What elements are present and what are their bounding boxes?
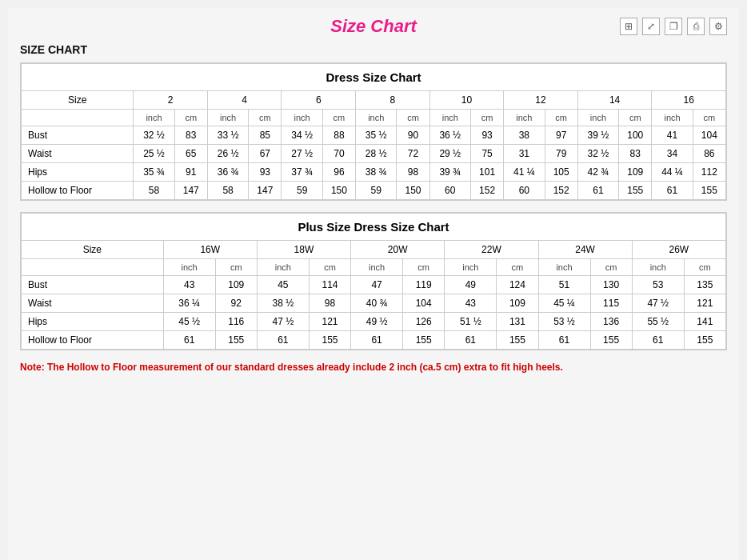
plus-size-24w: 24W: [538, 241, 632, 259]
d-6-inch: inch: [282, 110, 322, 126]
cell: 36 ¼: [163, 294, 215, 313]
cell: 155: [619, 182, 652, 200]
cell: 75: [470, 145, 503, 163]
p-16w-inch: inch: [163, 259, 215, 276]
p-16w-cm: cm: [215, 259, 257, 276]
page-container: Size Chart ⊞ ⤢ ❐ ⎙ ⚙ SIZE CHART Dress Si…: [8, 8, 739, 560]
cell: 101: [470, 163, 503, 182]
dress-chart-title: Dress Size Chart: [22, 64, 726, 91]
cell: 112: [693, 163, 725, 182]
plus-size-16w: 16W: [163, 241, 257, 259]
p-18w-cm: cm: [309, 259, 350, 276]
dress-size-4: 4: [207, 91, 282, 110]
row-label: Waist: [22, 294, 164, 313]
cell: 90: [397, 126, 429, 145]
dress-size-14: 14: [577, 91, 652, 110]
cell: 39 ½: [577, 126, 618, 145]
cell: 105: [545, 163, 577, 182]
cell: 100: [619, 126, 652, 145]
row-label: Hollow to Floor: [22, 331, 164, 350]
cell: 51 ½: [445, 313, 497, 331]
settings-icon[interactable]: ⚙: [709, 18, 727, 35]
dress-unit-empty: [22, 110, 134, 126]
cell: 41 ¼: [504, 163, 545, 182]
cell: 155: [684, 331, 725, 350]
cell: 104: [693, 126, 725, 145]
cell: 58: [134, 182, 174, 200]
cell: 131: [497, 313, 538, 331]
d-8-inch: inch: [356, 110, 397, 126]
copy-icon[interactable]: ❐: [665, 18, 682, 35]
cell: 96: [322, 163, 355, 182]
plus-size-chart: Plus Size Dress Size Chart Size 16W 18W …: [20, 212, 727, 350]
d-16-cm: cm: [693, 110, 725, 126]
d-14-cm: cm: [619, 110, 652, 126]
table-row: Waist36 ¼9238 ½9840 ¾1044310945 ¼11547 ½…: [22, 294, 726, 313]
cell: 91: [174, 163, 207, 182]
d-10-inch: inch: [429, 110, 470, 126]
plus-size-label: Size: [22, 241, 164, 259]
grid-icon[interactable]: ⊞: [620, 18, 637, 35]
cell: 93: [249, 163, 282, 182]
cell: 37 ¾: [282, 163, 322, 182]
cell: 116: [215, 313, 257, 331]
cell: 93: [470, 126, 503, 145]
cell: 109: [497, 294, 538, 313]
cell: 121: [309, 313, 350, 331]
p-22w-cm: cm: [497, 259, 538, 276]
cell: 147: [249, 182, 282, 200]
toolbar-icons: ⊞ ⤢ ❐ ⎙ ⚙: [620, 18, 727, 35]
cell: 98: [309, 294, 350, 313]
cell: 136: [590, 313, 632, 331]
d-2-cm: cm: [174, 110, 207, 126]
cell: 38 ¾: [356, 163, 397, 182]
cell: 67: [249, 145, 282, 163]
cell: 53 ½: [538, 313, 590, 331]
cell: 98: [397, 163, 429, 182]
cell: 152: [470, 182, 503, 200]
dress-table: Dress Size Chart Size 2 4 6 8 10 12 14 1…: [21, 63, 726, 200]
p-26w-inch: inch: [632, 259, 684, 276]
cell: 32 ½: [577, 145, 618, 163]
cell: 45: [257, 276, 309, 294]
cell: 32 ½: [134, 126, 174, 145]
cell: 34 ½: [282, 126, 322, 145]
p-24w-inch: inch: [538, 259, 590, 276]
cell: 36 ¾: [207, 163, 248, 182]
cell: 115: [590, 294, 632, 313]
dress-size-2: 2: [134, 91, 208, 110]
cell: 45 ¼: [538, 294, 590, 313]
cell: 35 ½: [356, 126, 397, 145]
table-row: Hips45 ½11647 ½12149 ½12651 ½13153 ½1365…: [22, 313, 726, 331]
cell: 150: [322, 182, 355, 200]
d-4-inch: inch: [207, 110, 248, 126]
cell: 36 ½: [429, 126, 470, 145]
plus-unit-empty: [22, 259, 164, 276]
d-12-inch: inch: [504, 110, 545, 126]
cell: 152: [545, 182, 577, 200]
cell: 39 ¾: [429, 163, 470, 182]
cell: 79: [545, 145, 577, 163]
cell: 33 ½: [207, 126, 248, 145]
expand-icon[interactable]: ⤢: [642, 18, 660, 35]
cell: 61: [577, 182, 618, 200]
cell: 155: [693, 182, 725, 200]
plus-size-18w: 18W: [257, 241, 350, 259]
cell: 40 ¾: [351, 294, 403, 313]
cell: 92: [215, 294, 257, 313]
cell: 61: [538, 331, 590, 350]
share-icon[interactable]: ⎙: [687, 18, 705, 35]
p-18w-inch: inch: [257, 259, 309, 276]
table-row: Waist25 ½6526 ½6727 ½7028 ½7229 ½7531793…: [22, 145, 726, 163]
cell: 25 ½: [134, 145, 174, 163]
table-row: Hollow to Floor5814758147591505915060152…: [22, 182, 726, 200]
cell: 60: [504, 182, 545, 200]
cell: 59: [282, 182, 322, 200]
dress-size-10: 10: [429, 91, 504, 110]
p-20w-inch: inch: [351, 259, 403, 276]
p-26w-cm: cm: [684, 259, 725, 276]
d-6-cm: cm: [322, 110, 355, 126]
cell: 55 ½: [632, 313, 684, 331]
cell: 124: [497, 276, 538, 294]
cell: 28 ½: [356, 145, 397, 163]
